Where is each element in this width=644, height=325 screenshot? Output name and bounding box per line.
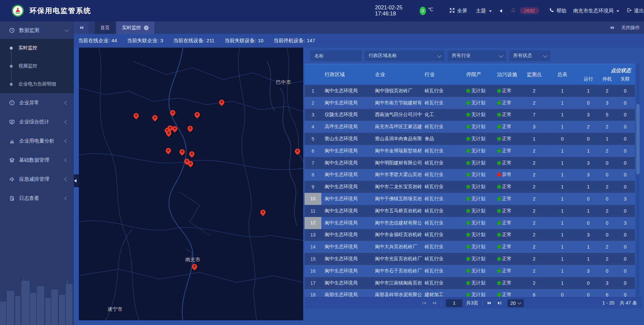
sidebar-menu: 数据监测 实时监控 视频监控 企业电力负荷明细 企业异常 企业综合统计 企业用电… (0, 21, 74, 208)
sidebar-subitem[interactable]: 实时监控 (0, 39, 74, 57)
map-pin-icon[interactable] (171, 125, 178, 133)
page-number-input[interactable] (445, 299, 463, 308)
cell-facility-status: 正常 (493, 292, 522, 297)
name-search-input[interactable] (310, 50, 362, 61)
sidebar-subitem[interactable]: 视频监控 (0, 57, 74, 75)
alerts-button[interactable]: 2632 (511, 7, 539, 14)
status-dot-icon (497, 101, 501, 105)
table-row[interactable]: 17 阆中生态环境局 阆中市江南镇阆南页岩 砖瓦行业 无计划 正常 2 1 0 … (305, 277, 635, 289)
first-page-button[interactable] (421, 300, 427, 306)
theme-dropdown[interactable]: 主题 (476, 8, 492, 14)
table-row[interactable]: 16 阆中生态环境局 阆中市石子页岩机砖厂 砖瓦行业 无计划 正常 2 1 3 … (305, 265, 635, 277)
map-panel[interactable]: 巴中市南充市遂宁市 (79, 48, 303, 320)
table-row[interactable]: 10 阆中生态环境局 阆中千佛镇五郎垭页岩 砖瓦行业 无计划 正常 2 1 0 … (305, 193, 635, 205)
cell-facility-status: 正常 (493, 184, 522, 190)
sidebar-item-2[interactable]: 企业异常 (0, 93, 74, 112)
map-pin-icon[interactable] (152, 114, 158, 122)
cell-stopped: 0 (599, 220, 615, 226)
table-row[interactable]: 1 阆中生态环境局 阆中强锐页岩砖厂 砖瓦行业 无计划 正常 2 1 1 2 0 (305, 85, 635, 97)
cell-company: 阆中市南方节能建材有 (372, 100, 422, 106)
map-pin-icon[interactable] (218, 99, 225, 106)
tab[interactable]: 首页 (95, 21, 115, 34)
map-city-label: 遂宁市 (107, 306, 122, 313)
status-dot-icon (466, 89, 470, 93)
map-pin-icon[interactable] (169, 109, 176, 117)
table-row[interactable]: 9 阆中生态环境局 阆中市二龙长宝页岩砖 砖瓦行业 无计划 正常 2 1 1 2… (305, 181, 635, 193)
sidebar-item-1[interactable]: 数据监测 (0, 21, 74, 39)
sidebar-item-5[interactable]: 基础数据管理 (0, 151, 74, 170)
cell-region: 阆中生态环境局 (321, 232, 372, 238)
help-button[interactable]: 帮助 (549, 8, 567, 14)
table-row[interactable]: 12 阆中生态环境局 阆中市忠信建材有限公 砖瓦行业 无计划 正常 2 1 0 … (305, 217, 635, 229)
user-dropdown[interactable]: 南充市生态环境局 (573, 8, 619, 14)
close-operations-button[interactable]: 关闭操作 (621, 25, 640, 31)
scrollbar-thumb[interactable] (636, 104, 640, 174)
total-pages-label: 共3页 (466, 300, 478, 306)
page-size-select[interactable]: 20 (507, 299, 524, 307)
map-pin-icon[interactable] (133, 112, 140, 120)
table-row[interactable]: 11 阆中生态环境局 阆中市五马桥页岩机砖 砖瓦行业 无计划 正常 2 1 1 … (305, 205, 635, 217)
tab[interactable]: 实时监控 (116, 21, 154, 34)
fullscreen-button[interactable]: 全屏 (449, 8, 467, 14)
table-scrollbar[interactable] (636, 64, 640, 297)
map-pin-icon[interactable] (294, 148, 301, 155)
status-dot-icon (466, 137, 470, 141)
cell-offline: 3 (615, 196, 635, 202)
map-pin-icon[interactable] (165, 130, 172, 137)
table-row[interactable]: 13 阆中生态环境局 阆中市金福旺页岩机砖 砖瓦行业 无计划 正常 2 1 3 … (305, 229, 635, 241)
map-pin-icon[interactable] (260, 209, 266, 216)
table-row[interactable]: 4 高坪生态环境局 南充市高坪区王家店建 砖瓦行业 无计划 正常 3 1 2 2… (305, 121, 635, 133)
table-row[interactable]: 7 阆中生态环境局 阆中明阳建材有限公司 砖瓦行业 无计划 正常 2 1 3 0… (305, 157, 635, 169)
last-page-button[interactable] (497, 300, 503, 306)
status-select[interactable]: 所有状态 (509, 50, 550, 61)
table-row[interactable]: 2 阆中生态环境局 阆中市南方节能建材有 砖瓦行业 无计划 正常 2 1 0 3… (305, 97, 635, 109)
status-dot-icon (497, 89, 501, 93)
cell-total-meters: 1 (547, 244, 578, 250)
cell-limit-status: 无计划 (463, 292, 493, 297)
map-roads (79, 48, 303, 320)
sidebar-item-label: 日志查看 (19, 195, 39, 202)
table-row[interactable]: 5 营山生态环境局 营山县润丰肉食品有限 食品 无计划 正常 1 0 0 1 0 (305, 133, 635, 145)
cell-region: 阆中生态环境局 (321, 196, 372, 202)
stat-label: 当前停机设备: (273, 38, 305, 44)
cell-monitor-points: 2 (522, 256, 547, 262)
table-row[interactable]: 8 阆中生态环境局 阆中市枣碧大梁山页岩 砖瓦行业 无计划 异常 2 1 3 0… (305, 169, 635, 181)
sidebar-item-7[interactable]: 日志查看 (0, 189, 74, 208)
sidebar-item-6[interactable]: 应急减排管理 (0, 170, 74, 189)
sidebar-item-3[interactable]: 企业综合统计 (0, 112, 74, 131)
next-page-button[interactable] (487, 300, 493, 306)
logout-button[interactable]: 退出 (627, 8, 644, 14)
status-dot-icon (466, 101, 470, 105)
sidebar-item-4[interactable]: 企业用电量分析 (0, 131, 74, 151)
map-pin-icon[interactable] (179, 149, 185, 156)
map-pin-icon[interactable] (187, 125, 194, 132)
cell-total-meters: 0 (547, 292, 578, 297)
previous-page-button[interactable] (431, 300, 437, 306)
table-row[interactable]: 18 南部生态环境局 南部县科华水泥有限公 建材加工 无计划 正常 6 0 0 … (305, 289, 635, 297)
region-select[interactable]: 行政区域名称 (365, 50, 444, 61)
mute-speaker-icon[interactable] (499, 8, 504, 13)
map-pin-icon[interactable] (189, 151, 195, 158)
status-dot-icon (497, 245, 501, 249)
cell-industry: 建材加工 (422, 292, 463, 297)
table-row[interactable]: 14 阆中生态环境局 阆中大兴页岩机砖厂 砖瓦行业 无计划 正常 2 1 1 2… (305, 241, 635, 253)
cell-company: 阆中市石子页岩机砖厂 (372, 268, 422, 274)
map-pin-icon[interactable] (191, 263, 198, 271)
sidebar-subitem[interactable]: 企业电力负荷明细 (0, 75, 74, 93)
table-row[interactable]: 6 阆中生态环境局 阆中市金博瑞新型墙材 砖瓦行业 无计划 正常 2 1 1 2… (305, 145, 635, 157)
double-right-icon[interactable] (610, 25, 615, 30)
cell-total-meters: 1 (547, 196, 578, 202)
table-row[interactable]: 3 仪陇生态环境局 西南油气田分公司川中 化工 无计划 正常 7 1 3 5 0 (305, 109, 635, 121)
map-pin-icon[interactable] (194, 111, 201, 119)
industry-select[interactable]: 所有行业 (448, 50, 506, 61)
col-header-meters: 总表 (547, 64, 578, 85)
table-row[interactable]: 15 阆中生态环境局 阆中市光富页岩机砖厂 砖瓦行业 无计划 正常 2 1 1 … (305, 253, 635, 265)
phone-icon (549, 8, 554, 14)
map-pin-icon[interactable] (165, 147, 172, 155)
cell-total-meters: 0 (547, 136, 578, 142)
tabs-scroll-left-button[interactable] (74, 21, 89, 34)
cell-index: 13 (305, 232, 321, 237)
map-pin-icon[interactable] (187, 160, 194, 168)
tab-close-icon[interactable] (144, 25, 149, 30)
cell-facility-status: 正常 (493, 136, 522, 142)
